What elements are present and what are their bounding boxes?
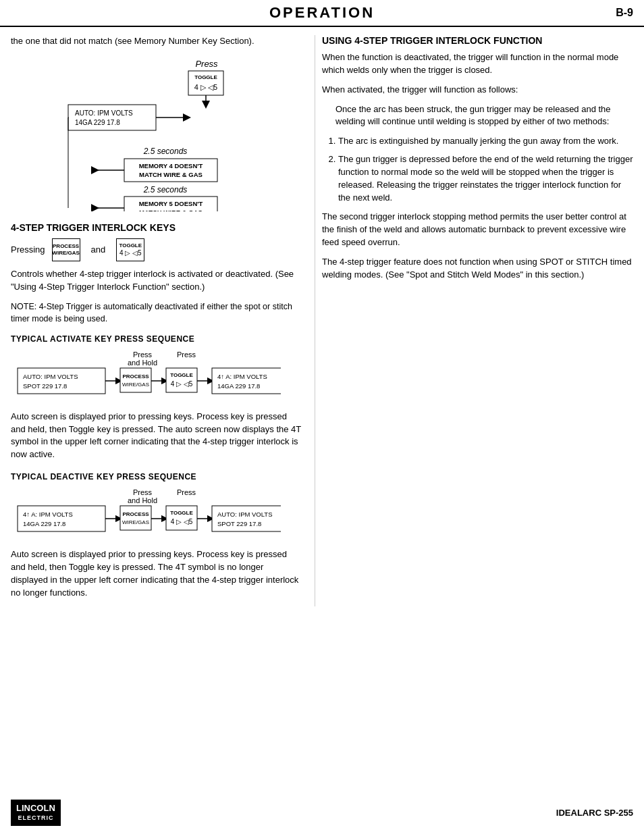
svg-text:MEMORY 4 DOESN'T: MEMORY 4 DOESN'T <box>139 162 203 170</box>
svg-text:WIRE/GAS: WIRE/GAS <box>122 519 149 525</box>
page-header: OPERATION B-9 <box>0 0 644 27</box>
page-body: the one that did not match (see Memory N… <box>0 27 644 647</box>
brand-sub: ELECTRIC <box>18 814 53 823</box>
svg-text:TOGGLE: TOGGLE <box>170 372 193 378</box>
activate-diagram: Press and Hold Press AUTO: IPM VOLTS SPO… <box>11 348 301 404</box>
deactivate-para: Auto screen is displayed prior to pressi… <box>11 548 301 599</box>
svg-text:2.5 seconds: 2.5 seconds <box>143 147 188 156</box>
svg-text:SPOT   229    17.8: SPOT 229 17.8 <box>23 382 67 390</box>
svg-text:TOGGLE: TOGGLE <box>170 510 193 516</box>
svg-text:Press: Press <box>133 488 153 496</box>
left-column: the one that did not match (see Memory N… <box>11 35 315 606</box>
pressing-label: Pressing <box>11 244 45 255</box>
right-indent-para: Once the arc has been struck, the gun tr… <box>336 103 633 129</box>
deactivate-diagram: Press and Hold Press 4↑ A: IPM VOLTS 14G… <box>11 486 301 542</box>
right-para2: When activated, the trigger will functio… <box>322 84 633 97</box>
svg-rect-38 <box>212 368 281 394</box>
svg-text:MEMORY 5 DOESN'T: MEMORY 5 DOESN'T <box>139 200 203 207</box>
right-para3: The second trigger interlock stopping me… <box>322 211 633 249</box>
svg-text:14GA   229    17.8: 14GA 229 17.8 <box>75 119 120 126</box>
svg-text:4↑ A:  IPM  VOLTS: 4↑ A: IPM VOLTS <box>217 373 267 380</box>
svg-text:14GA   229    17.8: 14GA 229 17.8 <box>217 382 260 390</box>
svg-text:and Hold: and Hold <box>128 496 157 504</box>
model-name: IDEALARC SP-255 <box>556 808 633 818</box>
list-item-1: The arc is extinguished by manually jerk… <box>338 135 633 148</box>
svg-text:MATCH WIRE & GAS: MATCH WIRE & GAS <box>139 171 203 178</box>
svg-rect-56 <box>212 506 281 531</box>
page-number: B-9 <box>593 7 633 19</box>
svg-text:2.5 seconds: 2.5 seconds <box>143 185 188 194</box>
section1-heading: 4-STEP TRIGGER INTERLOCK KEYS <box>11 222 301 233</box>
svg-rect-26 <box>18 368 105 394</box>
right-column: USING 4-STEP TRIGGER INTERLOCK FUNCTION … <box>315 35 633 606</box>
svg-rect-44 <box>18 506 105 531</box>
svg-text:Press: Press <box>177 488 196 496</box>
brand-name: LINCOLN <box>16 803 55 814</box>
right-para1: When the function is deactivated, the tr… <box>322 51 633 77</box>
svg-text:AUTO:  IPM  VOLTS: AUTO: IPM VOLTS <box>23 373 78 380</box>
process-key-display: PROCESS WIRE/GAS <box>52 238 80 261</box>
activate-svg: Press and Hold Press AUTO: IPM VOLTS SPO… <box>11 348 281 402</box>
lincoln-logo: LINCOLN ELECTRIC <box>11 800 61 826</box>
section2-heading: USING 4-STEP TRIGGER INTERLOCK FUNCTION <box>322 35 633 46</box>
svg-text:WIRE/GAS: WIRE/GAS <box>122 382 149 388</box>
methods-list: The arc is extinguished by manually jerk… <box>338 135 633 204</box>
svg-rect-48 <box>120 506 151 530</box>
svg-text:4 ▷ ◁5: 4 ▷ ◁5 <box>194 83 217 91</box>
svg-text:4↑ A:  IPM  VOLTS: 4↑ A: IPM VOLTS <box>23 511 73 518</box>
list-item-2: The gun trigger is depressed before the … <box>338 153 633 204</box>
deactivate-heading: TYPICAL DEACTIVE KEY PRESS SEQUENCE <box>11 472 301 481</box>
right-para4: The 4-step trigger feature does not func… <box>322 256 633 282</box>
svg-text:Press: Press <box>133 350 153 359</box>
and-label: and <box>91 244 106 255</box>
memory-mismatch-diagram: Press TOGGLE 4 ▷ ◁5 AUTO: IPM VOLTS 14GA… <box>11 56 301 211</box>
activate-heading: TYPICAL ACTIVATE KEY PRESS SEQUENCE <box>11 334 301 344</box>
note-para: NOTE: 4-Step Trigger is automatically de… <box>11 301 301 325</box>
svg-text:PROCESS: PROCESS <box>122 511 149 517</box>
intro-text: the one that did not match (see Memory N… <box>11 35 301 48</box>
svg-text:AUTO:  IPM  VOLTS: AUTO: IPM VOLTS <box>217 511 272 518</box>
deactivate-svg: Press and Hold Press 4↑ A: IPM VOLTS 14G… <box>11 486 281 540</box>
svg-text:14GA   229    17.8: 14GA 229 17.8 <box>23 520 65 527</box>
activate-para: Auto screen is displayed prior to pressi… <box>11 411 301 461</box>
controls-para: Controls whether 4-step trigger interloc… <box>11 268 301 294</box>
svg-text:SPOT   229    17.8: SPOT 229 17.8 <box>217 520 261 527</box>
svg-text:TOGGLE: TOGGLE <box>194 74 217 80</box>
svg-text:AUTO:  IPM  VOLTS: AUTO: IPM VOLTS <box>75 109 133 117</box>
svg-text:4 ▷ ◁5: 4 ▷ ◁5 <box>171 518 193 525</box>
page-title: OPERATION <box>51 4 593 22</box>
svg-text:MATCH WIRE & GAS: MATCH WIRE & GAS <box>139 209 203 211</box>
svg-text:Press: Press <box>195 59 218 69</box>
svg-text:4 ▷ ◁5: 4 ▷ ◁5 <box>171 380 193 388</box>
toggle-key-display: TOGGLE 4 ▷ ◁5 <box>116 238 144 261</box>
svg-text:and Hold: and Hold <box>128 359 157 367</box>
memory-mismatch-svg: Press TOGGLE 4 ▷ ◁5 AUTO: IPM VOLTS 14GA… <box>34 56 277 211</box>
page-footer: LINCOLN ELECTRIC IDEALARC SP-255 <box>11 800 633 826</box>
svg-text:Press: Press <box>177 350 196 359</box>
svg-text:PROCESS: PROCESS <box>122 373 149 380</box>
svg-rect-5 <box>68 105 156 130</box>
pressing-row: Pressing PROCESS WIRE/GAS and TOGGLE 4 ▷… <box>11 238 301 261</box>
svg-rect-30 <box>120 368 151 392</box>
